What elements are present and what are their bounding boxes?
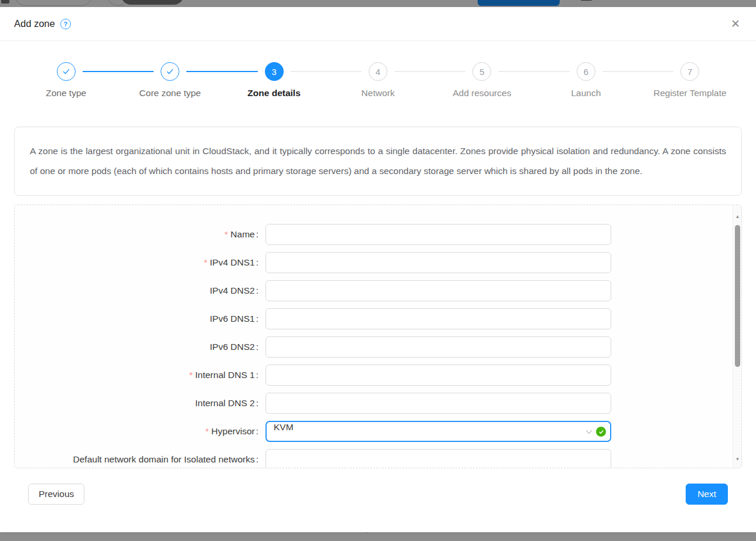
modal-header: Add zone ? ✕ [0, 7, 756, 41]
step-connector [498, 71, 569, 72]
field-label: IPv6 DNS1 [15, 314, 261, 324]
field-label: Default network domain for Isolated netw… [15, 454, 261, 465]
modal-title: Add zone [14, 18, 55, 29]
form-row-ipv6-dns1: IPv6 DNS1 [15, 308, 741, 329]
step-label: Zone details [247, 88, 300, 98]
form-row-hypervisor: Hypervisor KVM [15, 421, 741, 442]
step-circle[interactable]: 3 [265, 62, 284, 81]
step-connector [291, 71, 362, 72]
scroll-down-icon[interactable]: ▼ [733, 455, 742, 464]
field-label: Internal DNS 1 [15, 370, 261, 380]
success-check-icon [596, 427, 606, 437]
step-label: Register Template [653, 88, 727, 98]
step-zone-type: Zone type [14, 62, 118, 98]
form-row-ipv4-dns1: IPv4 DNS1 [15, 252, 741, 273]
step-circle[interactable]: 7 [680, 62, 699, 81]
form-row-name: Name [15, 224, 741, 245]
chevron-down-icon [585, 428, 592, 435]
hypervisor-select[interactable]: KVM [265, 421, 611, 442]
field-label: Name [15, 229, 261, 240]
step-launch: 6 Launch [534, 62, 638, 98]
step-add-resources: 5 Add resources [430, 62, 534, 98]
scroll-up-icon[interactable]: ▲ [733, 212, 742, 222]
step-connector [83, 71, 154, 72]
step-circle[interactable]: 4 [369, 62, 387, 81]
form-row-internal-dns-2: Internal DNS 2 [15, 393, 741, 414]
step-number: 6 [584, 67, 588, 77]
step-circle[interactable]: 5 [472, 62, 491, 81]
select-value: KVM [274, 422, 294, 432]
step-label: Network [362, 88, 395, 98]
step-label: Launch [571, 88, 601, 98]
step-number: 3 [271, 67, 276, 77]
step-label: Zone type [46, 88, 86, 98]
default-network-domain-for-isolated-networks-input[interactable] [265, 449, 611, 468]
form-scrollbar[interactable]: ▲ ▼ [733, 205, 741, 468]
add-zone-modal: Add zone ? ✕ Zone type Core zone type [0, 7, 756, 532]
step-label: Add resources [452, 88, 511, 98]
form-row-ipv6-dns2: IPv6 DNS2 [15, 336, 741, 358]
close-icon[interactable]: ✕ [727, 15, 744, 33]
step-zone-details: 3 Zone details [222, 62, 326, 98]
internal-dns-1-input[interactable] [265, 365, 611, 386]
form-row-default-network-domain-for-isolated-networks: Default network domain for Isolated netw… [15, 449, 741, 468]
step-circle[interactable]: 6 [577, 62, 595, 81]
step-core-zone-type: Core zone type [118, 62, 222, 98]
next-button[interactable]: Next [686, 484, 728, 505]
stepper: Zone type Core zone type 3 Zone details … [14, 62, 742, 98]
check-icon [62, 67, 71, 76]
form-rows: Name IPv4 DNS1 [15, 224, 741, 468]
step-connector [186, 71, 257, 72]
step-connector [394, 71, 465, 72]
form-row-internal-dns-1: Internal DNS 1 [15, 365, 741, 386]
step-number: 5 [479, 67, 484, 77]
step-number: 4 [376, 67, 380, 77]
internal-dns-2-input[interactable] [265, 393, 611, 414]
screen: Licensed under the Apache License, Versi… [0, 0, 756, 541]
form-row-ipv4-dns2: IPv4 DNS2 [15, 280, 741, 301]
previous-button[interactable]: Previous [28, 484, 84, 505]
field-label: Hypervisor [15, 426, 261, 437]
ipv6-dns1-input[interactable] [265, 308, 611, 329]
zone-details-form: Name IPv4 DNS1 [14, 205, 742, 468]
check-icon [165, 67, 175, 76]
scrollbar-thumb[interactable] [735, 225, 740, 367]
ipv4-dns2-input[interactable] [265, 280, 611, 301]
modal-footer: Previous Next [14, 468, 742, 505]
step-label: Core zone type [139, 88, 201, 98]
field-label: IPv4 DNS1 [15, 257, 261, 268]
ipv6-dns2-input[interactable] [265, 336, 611, 358]
step-number: 7 [687, 67, 692, 77]
step-register-template: 7 Register Template [638, 62, 742, 98]
help-icon[interactable]: ? [60, 19, 71, 29]
name-input[interactable] [265, 224, 611, 245]
field-label: IPv4 DNS2 [15, 285, 261, 296]
step-circle[interactable] [161, 62, 179, 81]
step-network: 4 Network [326, 62, 430, 98]
step-connector [602, 71, 673, 72]
field-label: IPv6 DNS2 [15, 342, 261, 352]
modal-body: Zone type Core zone type 3 Zone details … [0, 62, 756, 505]
step-circle[interactable] [57, 62, 76, 81]
zone-description: A zone is the largest organizational uni… [14, 127, 742, 196]
ipv4-dns1-input[interactable] [265, 252, 611, 273]
field-label: Internal DNS 2 [15, 398, 261, 409]
